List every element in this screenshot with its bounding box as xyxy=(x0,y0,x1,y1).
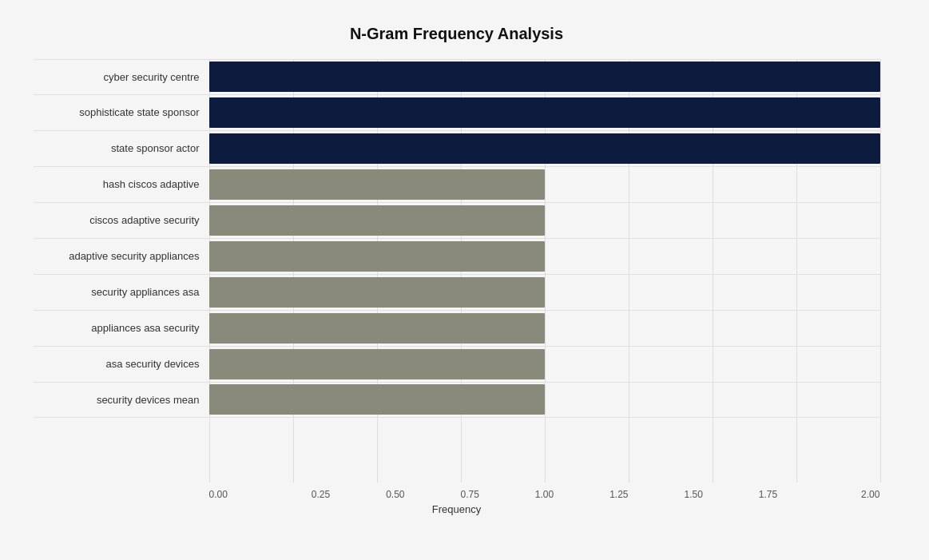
x-tick: 0.75 xyxy=(432,489,506,500)
bar-row: adaptive security appliances xyxy=(34,239,880,275)
grid-line xyxy=(880,59,881,483)
bar-row: hash ciscos adaptive xyxy=(34,167,880,203)
bar-track xyxy=(209,239,880,274)
bar-label: ciscos adaptive security xyxy=(34,214,209,226)
bar-row: ciscos adaptive security xyxy=(34,203,880,239)
bar xyxy=(209,313,545,344)
bar-track xyxy=(209,203,880,238)
bar-row: sophisticate state sponsor xyxy=(34,95,880,131)
bar xyxy=(209,133,880,164)
bar xyxy=(209,349,545,379)
bar xyxy=(209,97,880,128)
bar xyxy=(209,277,545,308)
bar-row: state sponsor actor xyxy=(34,131,880,167)
bar-label: security appliances asa xyxy=(34,286,209,298)
x-tick: 1.50 xyxy=(656,489,730,500)
x-axis: 0.000.250.500.751.001.251.501.752.00 xyxy=(34,489,880,500)
chart-area: cyber security centresophisticate state … xyxy=(34,59,880,419)
x-tick: 1.75 xyxy=(731,489,805,500)
x-tick: 0.25 xyxy=(284,489,358,500)
bar-track xyxy=(209,131,880,166)
bar-row: asa security devices xyxy=(34,347,880,383)
bar-label: appliances asa security xyxy=(34,322,209,334)
bar-row: security appliances asa xyxy=(34,275,880,311)
x-tick: 1.25 xyxy=(582,489,656,500)
bar-label: asa security devices xyxy=(34,358,209,370)
bar-track xyxy=(209,60,880,94)
bar-track xyxy=(209,275,880,310)
bar-label: adaptive security appliances xyxy=(34,250,209,262)
bar-label: hash ciscos adaptive xyxy=(34,178,209,190)
bar-row: appliances asa security xyxy=(34,311,880,347)
bar xyxy=(209,169,545,200)
bar-label: cyber security centre xyxy=(34,71,209,83)
bar-row: security devices mean xyxy=(34,383,880,419)
bar-track xyxy=(209,383,880,418)
bar-track xyxy=(209,347,880,382)
bar xyxy=(209,384,545,415)
chart-title: N-Gram Frequency Analysis xyxy=(34,25,880,43)
x-tick: 2.00 xyxy=(805,489,879,500)
bar-label: security devices mean xyxy=(34,394,209,406)
bar-row: cyber security centre xyxy=(34,59,880,95)
bar-label: sophisticate state sponsor xyxy=(34,106,209,118)
x-axis-label: Frequency xyxy=(34,503,880,515)
bar xyxy=(209,241,545,272)
x-tick: 1.00 xyxy=(507,489,582,500)
x-tick: 0.50 xyxy=(358,489,432,500)
chart-container: N-Gram Frequency Analysis cyber security… xyxy=(26,9,904,552)
bar xyxy=(209,205,545,236)
bar-track xyxy=(209,311,880,346)
bar xyxy=(209,62,880,92)
bar-track xyxy=(209,167,880,202)
bar-label: state sponsor actor xyxy=(34,142,209,154)
bar-track xyxy=(209,95,880,130)
x-tick: 0.00 xyxy=(209,489,284,500)
